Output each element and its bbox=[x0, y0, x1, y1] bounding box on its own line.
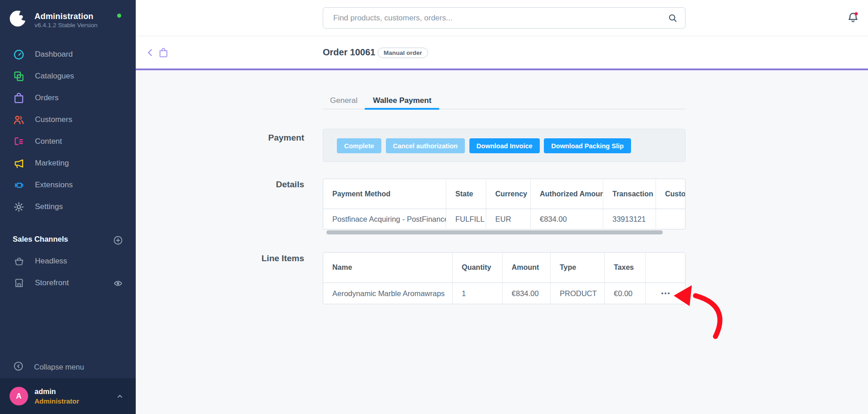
user-name: admin bbox=[35, 388, 56, 396]
main-area: Order 10061 Manual order General Wallee … bbox=[136, 0, 868, 414]
item-type-cell: PRODUCT bbox=[551, 283, 605, 304]
search-input[interactable] bbox=[323, 7, 686, 29]
basket-icon bbox=[13, 255, 25, 268]
tab-wallee-payment[interactable]: Wallee Payment bbox=[365, 92, 439, 109]
item-name-cell: Aerodynamic Marble Aromawraps bbox=[323, 283, 453, 304]
details-section-label: Details bbox=[136, 180, 304, 190]
user-menu[interactable]: A admin Administrator bbox=[0, 378, 136, 414]
sidebar-item-catalogues[interactable]: Catalogues bbox=[0, 65, 136, 87]
sidebar-item-label: Settings bbox=[35, 202, 63, 211]
avatar: A bbox=[10, 387, 28, 405]
column-header: Currency bbox=[486, 179, 531, 209]
column-header: Transaction bbox=[603, 179, 656, 209]
sidebar-item-customers[interactable]: Customers bbox=[0, 109, 136, 131]
people-icon bbox=[13, 114, 25, 126]
horizontal-scrollbar[interactable] bbox=[326, 230, 663, 234]
chevron-up-icon[interactable] bbox=[115, 392, 124, 401]
column-header bbox=[646, 253, 685, 283]
bell-icon bbox=[846, 11, 860, 24]
customer-cell bbox=[656, 209, 685, 229]
shopware-logo-icon bbox=[9, 10, 27, 28]
context-menu-button[interactable] bbox=[658, 289, 673, 298]
sidebar-item-label: Dashboard bbox=[35, 50, 73, 59]
item-taxes-cell: €0.00 bbox=[605, 283, 646, 304]
plug-icon bbox=[13, 179, 25, 191]
column-header: Taxes bbox=[605, 253, 646, 283]
user-role: Administrator bbox=[35, 397, 79, 405]
collapse-menu-button[interactable]: Collapse menu bbox=[0, 356, 136, 378]
shop-icon bbox=[13, 277, 25, 289]
sidebar-item-label: Customers bbox=[35, 115, 72, 124]
back-button[interactable] bbox=[145, 47, 156, 58]
sidebar-item-orders[interactable]: Orders bbox=[0, 87, 136, 109]
sidebar-item-label: Content bbox=[35, 137, 62, 146]
payment-actions-card: Complete Cancel authorization Download I… bbox=[323, 129, 686, 162]
column-header: Authorized Amount bbox=[531, 179, 603, 209]
download-invoice-button[interactable]: Download Invoice bbox=[469, 138, 540, 153]
line-items-table: Name Quantity Amount Type Taxes Aerodyna… bbox=[323, 252, 686, 304]
state-cell: FULFILL bbox=[446, 209, 486, 229]
item-amount-cell: €834.00 bbox=[503, 283, 551, 304]
search-icon[interactable] bbox=[667, 13, 678, 24]
content-area: General Wallee Payment Payment Complete … bbox=[136, 72, 868, 414]
column-header: Type bbox=[551, 253, 605, 283]
manual-order-badge: Manual order bbox=[378, 48, 428, 58]
sidebar-menu: Dashboard Catalogues Orders Customers bbox=[0, 44, 136, 218]
online-status-dot bbox=[117, 14, 121, 18]
sales-channels-header: Sales Channels bbox=[13, 235, 68, 244]
transaction-cell: 33913121 bbox=[603, 209, 656, 229]
order-bag-icon bbox=[158, 47, 169, 58]
collapse-circle-chevron-icon bbox=[13, 360, 24, 374]
tab-bar: General Wallee Payment bbox=[323, 92, 686, 109]
sidebar-item-label: Headless bbox=[35, 257, 67, 266]
column-header: Amount bbox=[503, 253, 551, 283]
megaphone-icon bbox=[13, 157, 25, 170]
gear-icon bbox=[13, 201, 25, 213]
collapse-menu-label: Collapse menu bbox=[34, 363, 84, 371]
complete-button[interactable]: Complete bbox=[337, 138, 381, 153]
squares-icon bbox=[13, 70, 25, 83]
page-title: Order 10061 bbox=[323, 47, 375, 58]
sidebar-header: Administration v6.4.1.2 Stable Version bbox=[0, 0, 136, 44]
add-sales-channel-button[interactable] bbox=[113, 235, 123, 246]
layout-icon bbox=[13, 136, 25, 148]
line-items-section-label: Line Items bbox=[136, 253, 304, 263]
application-window: Administration v6.4.1.2 Stable Version D… bbox=[0, 0, 868, 414]
sidebar-item-label: Extensions bbox=[35, 180, 73, 190]
top-header bbox=[136, 0, 868, 36]
download-packing-slip-button[interactable]: Download Packing Slip bbox=[544, 138, 631, 153]
item-actions-cell bbox=[646, 283, 685, 304]
column-header: State bbox=[446, 179, 486, 209]
app-version: v6.4.1.2 Stable Version bbox=[35, 22, 98, 29]
sidebar-item-content[interactable]: Content bbox=[0, 131, 136, 152]
sidebar-item-settings[interactable]: Settings bbox=[0, 196, 136, 218]
storefront-preview-eye-icon[interactable] bbox=[113, 278, 123, 289]
payment-section-label: Payment bbox=[136, 133, 304, 143]
authorized-amount-cell: €834.00 bbox=[531, 209, 603, 229]
sidebar-item-marketing[interactable]: Marketing bbox=[0, 152, 136, 174]
app-title: Administration bbox=[35, 12, 94, 21]
cancel-authorization-button[interactable]: Cancel authorization bbox=[386, 138, 465, 153]
sidebar: Administration v6.4.1.2 Stable Version D… bbox=[0, 0, 136, 414]
sidebar-item-dashboard[interactable]: Dashboard bbox=[0, 44, 136, 65]
column-header: Name bbox=[323, 253, 453, 283]
sidebar-item-label: Storefront bbox=[35, 278, 69, 287]
sidebar-item-label: Marketing bbox=[35, 159, 69, 168]
column-header: Payment Method bbox=[323, 179, 446, 209]
gauge-icon bbox=[13, 49, 25, 61]
payment-details-table: Payment Method State Currency Authorized… bbox=[323, 179, 686, 229]
notification-bell-button[interactable] bbox=[846, 11, 861, 25]
notification-dot bbox=[855, 12, 858, 15]
column-header: Quantity bbox=[453, 253, 503, 283]
sidebar-item-label: Catalogues bbox=[35, 72, 74, 81]
item-quantity-cell: 1 bbox=[453, 283, 503, 304]
sidebar-item-extensions[interactable]: Extensions bbox=[0, 174, 136, 196]
smart-bar: Order 10061 Manual order bbox=[136, 36, 868, 70]
column-header: Custom bbox=[656, 179, 685, 209]
global-search bbox=[323, 7, 686, 29]
bag-icon bbox=[13, 92, 25, 104]
tab-general[interactable]: General bbox=[323, 92, 365, 109]
currency-cell: EUR bbox=[486, 209, 531, 229]
payment-method-cell: Postfinace Acquiring - PostFinance Card bbox=[323, 209, 446, 229]
sidebar-item-headless[interactable]: Headless bbox=[0, 250, 136, 272]
